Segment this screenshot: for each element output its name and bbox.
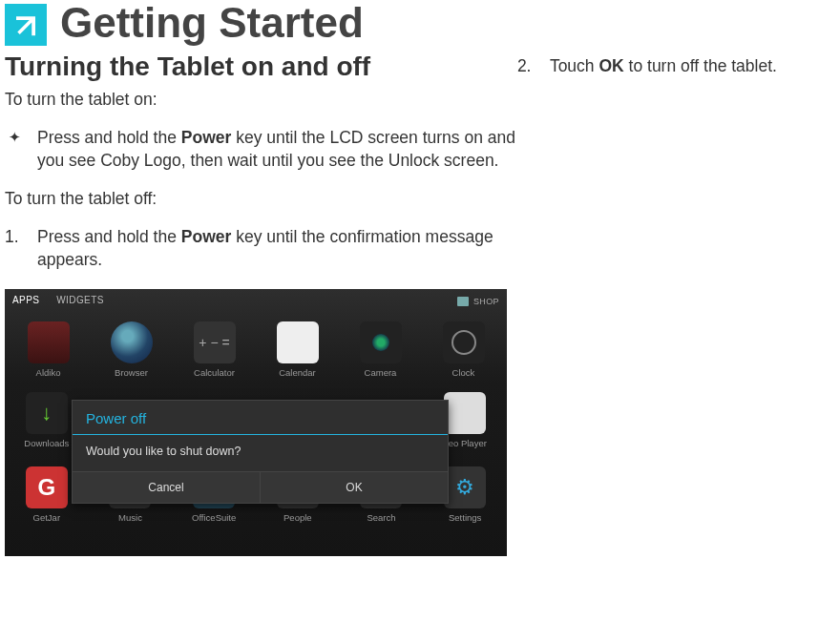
app-label: GetJar [33,512,61,523]
app-clock[interactable]: Clock [424,321,504,378]
bullet-power-on: Press and hold the Power key until the L… [5,127,517,172]
text: Press and hold the [37,227,181,246]
app-calendar[interactable]: Calendar [258,321,338,378]
tab-apps[interactable]: APPS [12,295,39,309]
text: Press and hold the [37,128,181,147]
app-calculator[interactable]: + − =Calculator [175,321,255,378]
step-2: 2. Touch OK to turn off the tablet. [517,55,830,78]
app-label: Camera [365,367,397,378]
text: Touch [550,56,599,75]
power-off-dialog: Power off Would you like to shut down? C… [72,400,449,504]
app-label: Downloads [24,438,69,448]
power-word: Power [181,128,232,147]
app-label: Search [367,512,395,523]
app-label: Clock [452,367,475,378]
browser-icon [111,321,153,363]
app-label: Music [118,512,142,523]
header-arrow-icon [5,4,47,46]
shop-link[interactable]: SHOP [457,297,499,306]
power-word: Power [181,227,232,246]
tab-widgets[interactable]: WIDGETS [56,295,103,309]
app-camera[interactable]: Camera [341,321,421,378]
app-label: Calculator [194,367,235,378]
dialog-message: Would you like to shut down? [73,435,448,471]
to-turn-on: To turn the tablet on: [5,90,517,110]
downloads-icon [26,392,68,434]
aldiko-icon [28,321,70,363]
ok-button[interactable]: OK [260,472,448,503]
step-number: 2. [517,55,532,78]
text: to turn off the tablet. [624,56,777,75]
shop-label: SHOP [473,297,499,306]
app-label: OfficeSuite [192,512,236,523]
step-1: 1. Press and hold the Power key until th… [5,226,517,271]
app-label: Aldiko [36,367,61,378]
step-number: 1. [5,226,19,249]
page-title: Getting Started [60,2,364,44]
to-turn-off: To turn the tablet off: [5,189,517,209]
tablet-screenshot: APPS WIDGETS SHOP Aldiko Browser + − =Ca… [5,289,507,556]
clock-icon [443,321,485,363]
getjar-icon: G [26,466,68,508]
app-label: Calendar [279,367,316,378]
app-label: People [284,512,312,523]
camera-icon [360,321,402,363]
dialog-title: Power off [73,401,448,434]
app-label: Settings [449,512,481,523]
video-icon [444,392,486,434]
calendar-icon [277,321,319,363]
section-title: Turning the Tablet on and off [5,52,517,82]
cancel-button[interactable]: Cancel [73,472,260,503]
app-label: deo Player [443,438,486,448]
app-label: Browser [115,367,148,378]
ok-word: OK [598,56,623,75]
shop-icon [457,297,469,306]
calculator-icon: + − = [194,321,236,363]
settings-icon: ⚙ [444,466,486,508]
app-aldiko[interactable]: Aldiko [9,321,89,378]
app-browser[interactable]: Browser [92,321,172,378]
